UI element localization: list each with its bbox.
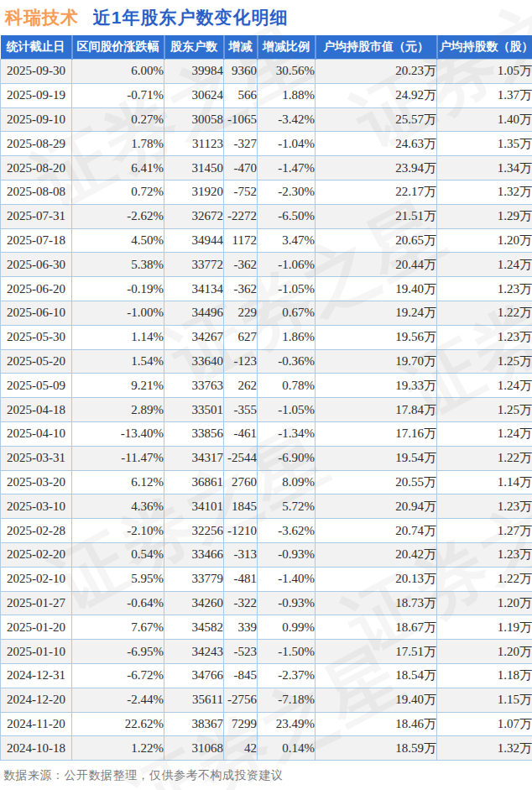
price-change-cell: 0.27% (72, 107, 164, 132)
table-row: 2025-03-104.36%3410118455.72%20.94万1.23万 (1, 494, 532, 519)
avg-shares-cell: 1.22万 (437, 301, 532, 325)
holders-cell: 31450 (164, 156, 224, 180)
avg-shares-cell: 1.29万 (437, 204, 532, 228)
avg-value-cell: 18.46万 (316, 712, 437, 736)
avg-value-cell: 25.57万 (316, 107, 437, 132)
date-cell: 2024-10-18 (1, 736, 72, 761)
avg-value-cell: 24.92万 (316, 83, 437, 107)
change-cell: 339 (224, 615, 258, 640)
change-ratio-cell: 0.99% (258, 615, 316, 640)
date-cell: 2025-04-10 (1, 421, 72, 446)
date-cell: 2025-07-31 (1, 204, 72, 228)
date-cell: 2025-08-08 (1, 180, 72, 204)
change-ratio-cell: 0.67% (258, 301, 316, 325)
price-change-cell: -0.19% (72, 277, 164, 301)
change-ratio-cell: 1.88% (258, 83, 316, 107)
avg-shares-cell: 1.32万 (437, 180, 532, 204)
table-row: 2024-10-181.22%31068420.14%18.59万1.32万 (1, 736, 532, 761)
holders-cell: 33763 (164, 374, 224, 398)
avg-value-cell: 17.84万 (316, 398, 437, 422)
change-ratio-cell: -6.90% (258, 446, 316, 470)
price-change-cell: 9.21% (72, 374, 164, 398)
change-ratio-cell: -1.40% (258, 567, 316, 591)
avg-shares-cell: 1.32万 (437, 736, 532, 761)
date-cell: 2025-03-10 (1, 494, 72, 519)
date-cell: 2025-08-29 (1, 132, 72, 156)
price-change-cell: -2.62% (72, 204, 164, 228)
holders-cell: 35611 (164, 688, 224, 712)
avg-value-cell: 18.59万 (316, 736, 437, 761)
avg-shares-cell: 1.15万 (437, 688, 532, 712)
price-change-cell: -11.47% (72, 446, 164, 470)
table-row: 2025-03-206.12%3686127608.09%20.55万1.14万 (1, 470, 532, 494)
date-cell: 2025-02-28 (1, 519, 72, 543)
holders-cell: 33501 (164, 398, 224, 422)
holders-cell: 36861 (164, 470, 224, 494)
holders-cell: 33640 (164, 349, 224, 374)
page-title: 科瑞技术 近1年股东户数变化明细 (0, 0, 532, 34)
avg-value-cell: 20.74万 (316, 519, 437, 543)
date-cell: 2025-06-10 (1, 301, 72, 325)
avg-shares-cell: 1.35万 (437, 132, 532, 156)
change-cell: 1172 (224, 228, 258, 253)
table-header: 统计截止日区间股价涨跌幅股东户数增减增减比例户均持股市值（元）户均持股数（股） (1, 35, 532, 60)
change-ratio-cell: -0.36% (258, 349, 316, 374)
table-row: 2024-12-20-2.44%35611-2756-7.18%19.40万1.… (1, 688, 532, 712)
avg-shares-cell: 1.19万 (437, 615, 532, 640)
price-change-cell: -0.71% (72, 83, 164, 107)
data-source-note: 数据来源：公开数据整理，仅供参考不构成投资建议 (0, 768, 532, 783)
avg-shares-cell: 1.23万 (437, 542, 532, 567)
price-change-cell: 7.67% (72, 615, 164, 640)
date-cell: 2025-01-20 (1, 615, 72, 640)
price-change-cell: 1.22% (72, 736, 164, 761)
date-cell: 2025-07-18 (1, 228, 72, 253)
shareholder-count-table: 统计截止日区间股价涨跌幅股东户数增减增减比例户均持股市值（元）户均持股数（股） … (0, 35, 532, 761)
holders-cell: 31920 (164, 180, 224, 204)
table-row: 2025-09-306.00%39984936030.56%20.23万1.05… (1, 60, 532, 84)
change-cell: -362 (224, 277, 258, 301)
table-row: 2025-03-31-11.47%34317-2544-6.90%19.54万1… (1, 446, 532, 470)
avg-value-cell: 18.54万 (316, 663, 437, 688)
change-ratio-cell: -6.50% (258, 204, 316, 228)
price-change-cell: 4.36% (72, 494, 164, 519)
table-row: 2025-01-27-0.64%34260-322-0.93%18.73万1.2… (1, 591, 532, 615)
date-cell: 2025-05-30 (1, 325, 72, 349)
avg-value-cell: 19.40万 (316, 277, 437, 301)
change-ratio-cell: -1.06% (258, 253, 316, 277)
avg-shares-cell: 1.24万 (437, 421, 532, 446)
avg-shares-cell: 1.20万 (437, 228, 532, 253)
holders-cell: 39984 (164, 60, 224, 84)
date-cell: 2025-01-27 (1, 591, 72, 615)
price-change-cell: 5.95% (72, 567, 164, 591)
avg-value-cell: 19.24万 (316, 301, 437, 325)
avg-shares-cell: 1.34万 (437, 156, 532, 180)
table-row: 2025-04-182.89%33501-355-1.05%17.84万1.25… (1, 398, 532, 422)
holders-cell: 34496 (164, 301, 224, 325)
price-change-cell: -0.64% (72, 591, 164, 615)
price-change-cell: 0.54% (72, 542, 164, 567)
price-change-cell: 1.78% (72, 132, 164, 156)
change-cell: 627 (224, 325, 258, 349)
holders-cell: 34766 (164, 663, 224, 688)
column-header: 统计截止日 (1, 35, 72, 60)
date-cell: 2025-02-10 (1, 567, 72, 591)
date-cell: 2025-06-30 (1, 253, 72, 277)
change-cell: -2756 (224, 688, 258, 712)
price-change-cell: -2.10% (72, 519, 164, 543)
holders-cell: 34944 (164, 228, 224, 253)
avg-shares-cell: 1.05万 (437, 60, 532, 84)
column-header: 户均持股数（股） (437, 35, 532, 60)
table-row: 2025-08-206.41%31450-470-1.47%23.94万1.34… (1, 156, 532, 180)
date-cell: 2025-02-20 (1, 542, 72, 567)
table-row: 2025-04-10-13.40%33856-461-1.34%17.16万1.… (1, 421, 532, 446)
change-cell: 9360 (224, 60, 258, 84)
avg-shares-cell: 1.22万 (437, 446, 532, 470)
page-subtitle: 近1年股东户数变化明细 (93, 8, 289, 27)
stock-name: 科瑞技术 (5, 8, 79, 27)
column-header: 户均持股市值（元） (316, 35, 437, 60)
column-header: 增减比例 (258, 35, 316, 60)
change-cell: -461 (224, 421, 258, 446)
change-cell: -2544 (224, 446, 258, 470)
avg-value-cell: 24.63万 (316, 132, 437, 156)
avg-value-cell: 19.33万 (316, 374, 437, 398)
